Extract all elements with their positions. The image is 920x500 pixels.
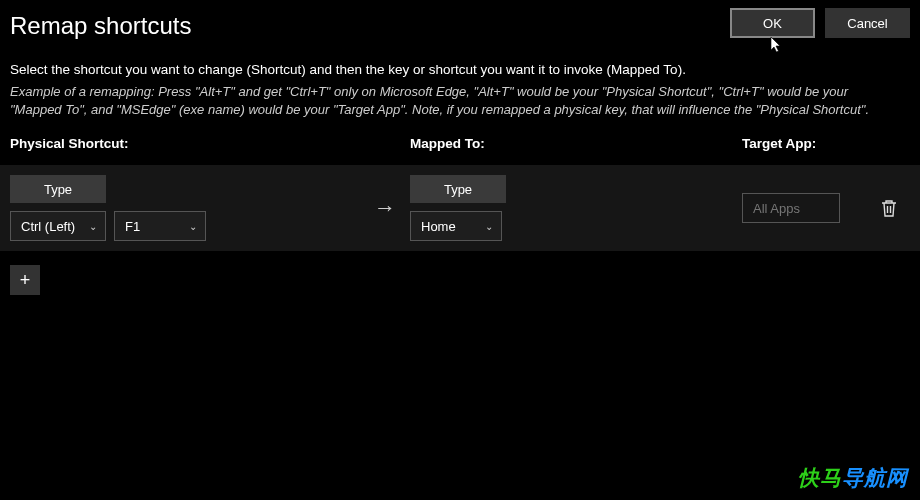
example-text: Example of a remapping: Press "Alt+T" an…	[0, 77, 900, 118]
chevron-down-icon: ⌄	[89, 221, 97, 232]
watermark: 快马导航网	[798, 464, 908, 492]
remap-row: Type Ctrl (Left) ⌄ F1 ⌄ → Type Home ⌄	[0, 165, 920, 251]
physical-key1-select[interactable]: Ctrl (Left) ⌄	[10, 211, 106, 241]
cancel-button[interactable]: Cancel	[825, 8, 910, 38]
col-header-target: Target App:	[742, 136, 910, 151]
mapped-type-button[interactable]: Type	[410, 175, 506, 203]
add-row-button[interactable]: +	[10, 265, 40, 295]
header-buttons: OK Cancel	[730, 8, 910, 38]
columns-header: Physical Shortcut: Mapped To: Target App…	[0, 118, 920, 151]
physical-key2-select[interactable]: F1 ⌄	[114, 211, 206, 241]
physical-type-button[interactable]: Type	[10, 175, 106, 203]
physical-key1-value: Ctrl (Left)	[21, 219, 75, 234]
physical-shortcut-group: Type Ctrl (Left) ⌄ F1 ⌄	[10, 175, 360, 241]
chevron-down-icon: ⌄	[485, 221, 493, 232]
instruction-text: Select the shortcut you want to change (…	[0, 40, 920, 77]
arrow-icon: →	[360, 195, 410, 221]
target-app-input[interactable]	[742, 193, 840, 223]
target-app-group	[742, 193, 910, 223]
mapped-key1-select[interactable]: Home ⌄	[410, 211, 502, 241]
col-header-mapped: Mapped To:	[410, 136, 742, 151]
delete-row-button[interactable]	[880, 198, 898, 218]
physical-key2-value: F1	[125, 219, 140, 234]
trash-icon	[880, 198, 898, 218]
col-header-physical: Physical Shortcut:	[10, 136, 410, 151]
mapped-to-group: Type Home ⌄	[410, 175, 742, 241]
ok-button[interactable]: OK	[730, 8, 815, 38]
chevron-down-icon: ⌄	[189, 221, 197, 232]
page-title: Remap shortcuts	[10, 12, 730, 40]
mapped-key1-value: Home	[421, 219, 456, 234]
